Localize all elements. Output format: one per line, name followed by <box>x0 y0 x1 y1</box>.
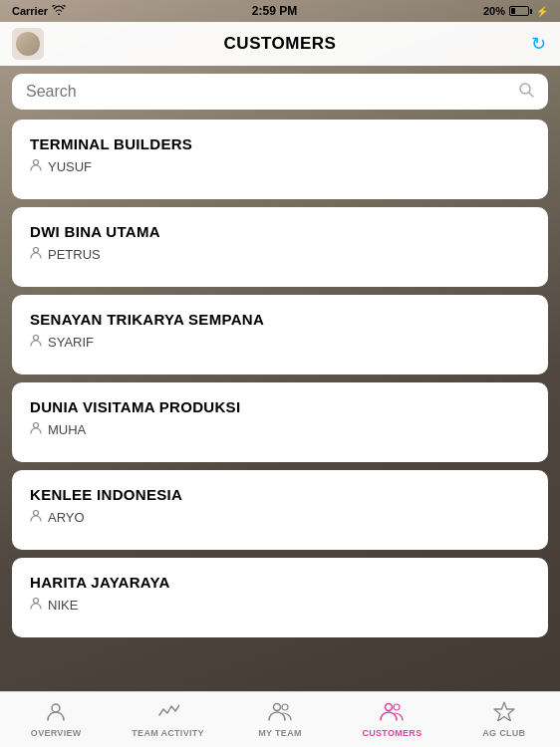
customer-card[interactable]: SENAYAN TRIKARYA SEMPANASYARIF <box>12 295 548 374</box>
status-right: 20% ⚡ <box>483 5 548 17</box>
svg-point-10 <box>282 704 288 710</box>
ag-club-icon <box>493 701 515 726</box>
status-left: Carrier <box>12 5 66 17</box>
svg-point-9 <box>274 704 281 711</box>
bottom-nav: OVERVIEW TEAM ACTIVITY MY TEAM <box>0 691 560 747</box>
customer-name: SENAYAN TRIKARYA SEMPANA <box>30 311 530 328</box>
nav-item-customers[interactable]: CUSTOMERS <box>336 692 447 747</box>
wifi-icon <box>52 5 66 17</box>
person-icon <box>30 509 42 525</box>
my-team-label: MY TEAM <box>258 728 301 738</box>
customer-contact: ARYO <box>30 509 530 525</box>
customers-icon <box>380 701 404 726</box>
customer-contact: MUHA <box>30 421 530 437</box>
team-activity-icon <box>157 701 179 726</box>
status-bar: Carrier 2:59 PM 20% ⚡ <box>0 0 560 22</box>
battery-icon <box>509 6 532 16</box>
customer-name: KENLEE INDONESIA <box>30 486 530 503</box>
nav-item-ag-club[interactable]: AG CLUB <box>448 692 560 747</box>
customer-card[interactable]: DUNIA VISITAMA PRODUKSIMUHA <box>12 382 548 462</box>
main-content: TERMINAL BUILDERSYUSUFDWI BINA UTAMAPETR… <box>0 66 560 691</box>
status-time: 2:59 PM <box>252 4 297 18</box>
nav-item-overview[interactable]: OVERVIEW <box>0 692 112 747</box>
customer-card[interactable]: KENLEE INDONESIAARYO <box>12 470 548 550</box>
customer-name: TERMINAL BUILDERS <box>30 135 530 152</box>
customer-contact: NIKE <box>30 597 530 613</box>
contact-name: SYARIF <box>48 335 94 350</box>
search-bar[interactable] <box>12 74 548 110</box>
customer-name: DWI BINA UTAMA <box>30 223 530 240</box>
person-icon <box>30 158 42 174</box>
customers-label: CUSTOMERS <box>362 728 421 738</box>
my-team-icon <box>268 701 292 726</box>
svg-point-2 <box>34 160 39 165</box>
header: CUSTOMERS ↻ <box>0 22 560 66</box>
svg-point-11 <box>386 704 393 711</box>
contact-name: ARYO <box>48 510 85 525</box>
svg-point-3 <box>34 248 39 253</box>
person-icon <box>30 597 42 613</box>
contact-name: YUSUF <box>48 159 92 174</box>
lightning-icon: ⚡ <box>536 6 548 17</box>
team-activity-label: TEAM ACTIVITY <box>132 728 204 738</box>
carrier-text: Carrier <box>12 5 48 17</box>
contact-name: PETRUS <box>48 247 101 262</box>
customer-card[interactable]: DWI BINA UTAMAPETRUS <box>12 207 548 287</box>
nav-item-team-activity[interactable]: TEAM ACTIVITY <box>112 692 223 747</box>
customer-card[interactable]: HARITA JAYARAYANIKE <box>12 558 548 637</box>
search-input[interactable] <box>26 83 510 101</box>
svg-point-12 <box>394 704 400 710</box>
svg-point-6 <box>34 511 39 516</box>
person-icon <box>30 246 42 262</box>
refresh-button[interactable]: ↻ <box>531 33 546 55</box>
customer-card[interactable]: TERMINAL BUILDERSYUSUF <box>12 120 548 199</box>
person-icon <box>30 421 42 437</box>
person-icon <box>30 334 42 350</box>
svg-point-5 <box>34 423 39 428</box>
customer-contact: SYARIF <box>30 334 530 350</box>
svg-point-7 <box>34 599 39 604</box>
contact-name: MUHA <box>48 422 86 437</box>
ag-club-label: AG CLUB <box>482 728 525 738</box>
svg-point-4 <box>34 336 39 341</box>
contact-name: NIKE <box>48 598 78 613</box>
customer-contact: PETRUS <box>30 246 530 262</box>
customer-contact: YUSUF <box>30 158 530 174</box>
svg-point-8 <box>52 704 60 712</box>
app-logo[interactable] <box>12 28 44 60</box>
customer-list: TERMINAL BUILDERSYUSUFDWI BINA UTAMAPETR… <box>12 120 548 637</box>
page-title: CUSTOMERS <box>224 34 337 54</box>
nav-item-my-team[interactable]: MY TEAM <box>224 692 336 747</box>
search-icon <box>518 82 534 102</box>
overview-icon <box>45 701 67 726</box>
svg-line-1 <box>529 93 533 97</box>
customer-name: DUNIA VISITAMA PRODUKSI <box>30 398 530 415</box>
customer-name: HARITA JAYARAYA <box>30 574 530 591</box>
battery-percent-text: 20% <box>483 5 505 17</box>
overview-label: OVERVIEW <box>31 728 82 738</box>
svg-marker-13 <box>494 702 514 721</box>
